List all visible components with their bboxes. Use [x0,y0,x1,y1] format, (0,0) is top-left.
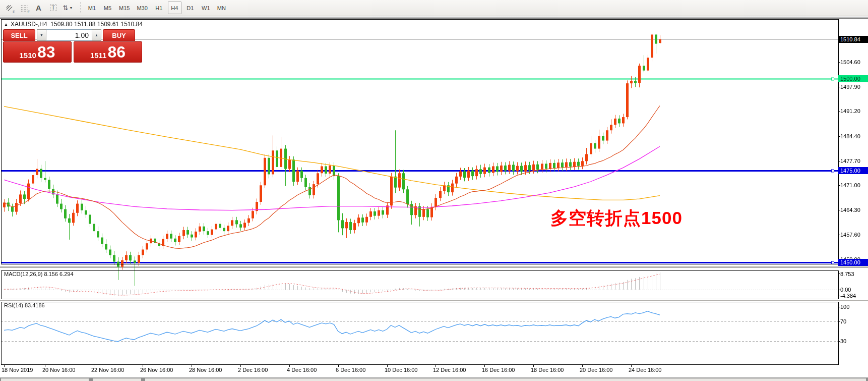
y-axis-label: 1491.20 [840,108,860,114]
timeframe-w1-button[interactable]: W1 [199,2,213,14]
timeframe-h1-button[interactable]: H1 [152,2,166,14]
timeframe-mn-button[interactable]: MN [215,2,228,14]
collapse-arrow-icon[interactable]: ▲ [4,22,8,27]
rsi-axis-label: 70 [840,318,846,324]
volume-decrease-button[interactable]: ▼ [37,29,46,41]
chart-title: ▲XAUUSD-,H4 1509.80 1511.88 1509.61 1510… [4,21,143,28]
indicators-icon-sub: E [13,10,15,14]
time-axis-label: 24 Dec 16:00 [629,367,661,373]
bid-price-frac: 83 [37,42,55,62]
ask-price-button[interactable]: 1511 86 [74,41,142,63]
toolbar-separator [80,2,81,14]
ask-price-frac: 86 [107,42,126,62]
rsi-axis-label: 100 [840,304,849,310]
grid-icon-sub: F [28,10,30,14]
time-axis-label: 26 Nov 16:00 [140,367,173,373]
macd-axis-label: -4.384 [840,293,856,299]
timeframe-h4-button[interactable]: H4 [168,2,181,14]
timeframe-group: M1M5M15M30H1H4D1W1MN [84,2,229,14]
grid-icon[interactable]: F [17,2,31,15]
ohlc-values: 1509.80 1511.88 1509.61 1510.84 [50,21,143,28]
price-level-badge: 1500.00 [838,75,868,82]
price-level-badge: 1450.00 [838,259,868,266]
time-axis-label: 12 Dec 16:00 [433,367,466,373]
volume-input[interactable] [46,29,92,41]
toolbar: EFAT⇅▼ M1M5M15M30H1H4D1W1MN [0,0,868,16]
time-axis-label: 20 Dec 16:00 [580,367,612,373]
volume-stepper: ▼ ▲ [37,29,101,41]
rsi-axis-label: 30 [840,338,846,344]
volume-increase-button[interactable]: ▲ [92,29,101,41]
y-axis-label: 1504.60 [840,59,860,65]
one-click-trading-panel: SELL ▼ ▲ BUY 1510 83 1511 86 [3,29,143,63]
bid-price-button[interactable]: 1510 83 [3,41,72,63]
chart-canvas[interactable] [0,19,868,381]
time-axis-label: 6 Dec 16:00 [336,367,365,373]
text-label-icon[interactable]: A [31,2,46,15]
time-axis-label: 10 Dec 16:00 [385,367,417,373]
time-axis-label: 28 Nov 16:00 [189,367,222,373]
macd-axis-label: 0.00 [840,287,851,293]
time-axis-label: 16 Dec 16:00 [482,367,515,373]
bid-price-main: 1510 [20,51,36,60]
trading-terminal: EFAT⇅▼ M1M5M15M30H1H4D1W1MN ▲XAUUSD-,H4 … [0,0,868,381]
timeframe-m1-button[interactable]: M1 [85,2,99,14]
buy-button[interactable]: BUY [103,29,135,41]
ask-price-main: 1511 [90,51,107,60]
chart-window: ▲XAUUSD-,H4 1509.80 1511.88 1509.61 1510… [0,19,868,381]
arrange-icon[interactable]: ⇅▼ [60,2,75,15]
time-axis-label: 18 Dec 16:00 [531,367,564,373]
current-price-badge: 1510.84 [838,36,868,43]
y-axis-label: 1457.60 [840,232,860,238]
time-axis-label: 2 Dec 16:00 [238,367,268,373]
time-axis-label: 18 Nov 2019 [2,367,33,373]
chart-annotation-text: 多空转折点1500 [550,206,683,230]
macd-axis-label: 8.753 [840,271,854,277]
timeframe-m30-button[interactable]: M30 [134,2,150,14]
timeframe-d1-button[interactable]: D1 [183,2,197,14]
macd-indicator-label: MACD(12,26,9) 8.156 6.294 [4,271,74,277]
y-axis-label: 1464.30 [840,207,860,213]
price-level-badge: 1475.00 [838,167,868,174]
y-axis-label: 1471.00 [840,182,860,188]
sell-button[interactable]: SELL [3,29,35,41]
y-axis-label: 1477.70 [840,158,860,164]
timeframe-m5-button[interactable]: M5 [101,2,114,14]
time-axis-label: 20 Nov 16:00 [42,367,75,373]
time-axis-label: 4 Dec 16:00 [287,367,317,373]
y-axis-label: 1484.40 [840,133,860,139]
symbol-label: XAUUSD-,H4 [11,21,47,28]
text-box-icon[interactable]: T [46,2,60,15]
time-axis-label: 22 Nov 16:00 [91,367,124,373]
y-axis-label: 1497.90 [840,84,860,90]
rsi-indicator-label: RSI(14) 83.4186 [4,302,45,308]
timeframe-m15-button[interactable]: M15 [116,2,132,14]
toolbar-icon-group: EFAT⇅▼ [2,2,75,15]
indicators-icon[interactable]: E [2,2,17,15]
